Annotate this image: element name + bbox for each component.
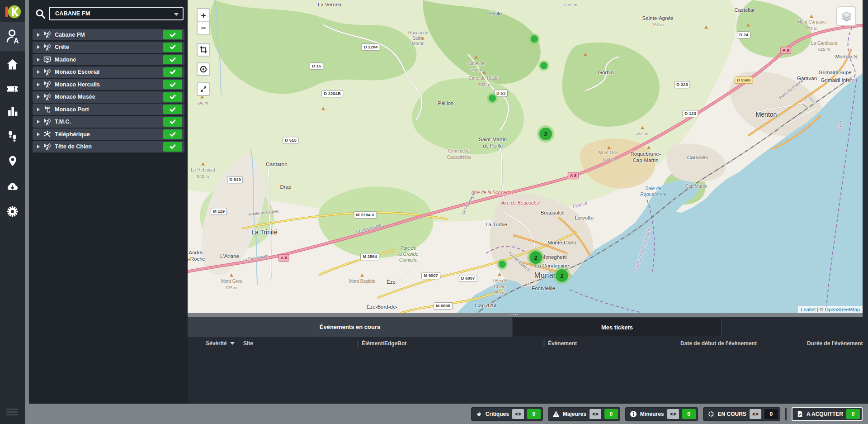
nav-item-downloads[interactable]: [0, 175, 25, 198]
a-acquitter-label: A ACQUITTER: [807, 411, 843, 417]
antenna-icon: [43, 93, 51, 101]
acknowledge-doc-icon: [797, 410, 803, 417]
nav-item-statistics[interactable]: [0, 100, 25, 123]
column-resize-handle[interactable]: [357, 340, 359, 347]
site-cluster-marker[interactable]: 2: [537, 125, 554, 143]
site-row-tmc[interactable]: T.M.C.: [33, 116, 184, 128]
collapse-view-button[interactable]: [197, 82, 210, 96]
expand-caret-icon[interactable]: [37, 33, 40, 37]
site-row-monaco-escorial[interactable]: Monaco Escorial: [33, 67, 184, 78]
site-marker[interactable]: [540, 62, 547, 69]
cloud-download-icon: [5, 181, 19, 193]
nav-item-home[interactable]: [0, 52, 25, 76]
site-row-monaco-herculis[interactable]: Monaco Herculis: [33, 79, 184, 90]
screen-icon: [43, 56, 51, 64]
column-header-site[interactable]: Site: [243, 340, 253, 347]
site-marker[interactable]: [489, 95, 496, 102]
leaflet-link[interactable]: Leaflet: [801, 307, 816, 312]
majeures-filter-group[interactable]: Majeures 0: [548, 407, 620, 421]
expand-caret-icon[interactable]: [37, 58, 40, 62]
en-cours-count-badge: 0: [764, 409, 778, 419]
en-cours-filter-group[interactable]: EN COURS 0: [703, 407, 780, 421]
site-filter-select[interactable]: CABANE FM: [49, 7, 184, 20]
majeures-count-badge: 0: [604, 409, 618, 419]
logo-icon: [4, 3, 21, 20]
expand-caret-icon[interactable]: [37, 133, 40, 136]
app-logo[interactable]: [0, 2, 25, 22]
site-cluster-marker[interactable]: 2: [527, 249, 544, 266]
site-filter-value: CABANE FM: [55, 10, 90, 17]
status-ok-button[interactable]: [163, 142, 182, 152]
status-ok-button[interactable]: [163, 80, 182, 89]
zoom-out-button[interactable]: −: [198, 22, 209, 34]
a-acquitter-group[interactable]: A ACQUITTER 0: [792, 407, 863, 421]
site-row-monaco-musee[interactable]: Monaco Musée: [33, 91, 184, 103]
panel-resize-bar[interactable]: [188, 313, 863, 317]
tab-bar: Évènements en cours Mes tickets: [188, 317, 863, 337]
critiques-filter-group[interactable]: Critiques 0: [471, 407, 543, 421]
expand-caret-icon[interactable]: [37, 70, 40, 74]
nav-rail: A: [0, 0, 25, 424]
status-ok-button[interactable]: [163, 129, 182, 139]
antenna-icon: [43, 81, 51, 89]
column-header-severite[interactable]: Sévèrité: [206, 340, 235, 347]
status-ok-button[interactable]: [163, 67, 182, 77]
eye-slash-icon: [752, 411, 759, 417]
status-ok-button[interactable]: [163, 105, 182, 114]
status-ok-button[interactable]: [163, 92, 182, 102]
site-row-cabane-fm[interactable]: Cabane FM: [33, 29, 184, 40]
status-ok-button[interactable]: [163, 30, 182, 39]
site-marker[interactable]: [499, 261, 506, 268]
draw-rectangle-button[interactable]: [197, 43, 210, 57]
nav-item-user-admin[interactable]: A: [0, 22, 25, 51]
majeures-visibility-toggle[interactable]: [590, 409, 601, 419]
flame-icon: [476, 410, 482, 417]
target-icon: [199, 65, 208, 73]
expand-caret-icon[interactable]: [37, 145, 40, 148]
a-acquitter-count-badge: 0: [846, 409, 860, 419]
osm-link[interactable]: OpenStreetMap: [825, 307, 860, 312]
nav-item-tickets[interactable]: [0, 77, 25, 100]
site-cluster-marker[interactable]: 2: [553, 267, 571, 284]
nav-item-locations[interactable]: [0, 149, 25, 173]
column-header-date-debut[interactable]: Date de début de l'évènement: [680, 340, 757, 347]
layers-control-button[interactable]: [836, 6, 856, 26]
nav-item-footprints[interactable]: [0, 124, 25, 148]
site-row-madone[interactable]: Madone: [33, 54, 184, 65]
site-row-telepherique[interactable]: Téléphérique: [33, 129, 184, 140]
expand-caret-icon[interactable]: [37, 45, 40, 49]
menu-hamburger-icon[interactable]: [6, 409, 18, 416]
expand-caret-icon[interactable]: [37, 83, 40, 86]
site-row-monaco-port[interactable]: Monaco Port: [33, 104, 184, 115]
site-marker[interactable]: [531, 35, 538, 43]
map-canvas[interactable]: La VernéaPeille1265 mPeillonGorbioCastel…: [188, 0, 863, 313]
column-header-element-edgebot[interactable]: Élément/EdgeBot: [357, 340, 406, 347]
column-resize-handle[interactable]: [543, 340, 545, 347]
mineures-visibility-toggle[interactable]: [667, 409, 679, 419]
site-row-tete-de-chien[interactable]: Tête de Chien: [33, 141, 184, 152]
column-header-evenement[interactable]: Évènement: [543, 340, 577, 347]
expand-caret-icon[interactable]: [37, 95, 40, 99]
expand-caret-icon[interactable]: [37, 108, 40, 111]
status-ok-button[interactable]: [163, 43, 182, 52]
status-ok-button[interactable]: [163, 55, 182, 64]
site-row-crete[interactable]: Crête: [33, 42, 184, 53]
events-panel: Évènements en cours Mes tickets Sévèrité…: [188, 317, 863, 404]
network-icon: [43, 130, 51, 138]
mineures-filter-group[interactable]: Mineures 0: [625, 407, 698, 421]
nav-item-settings[interactable]: [0, 200, 25, 223]
resize-grip-icon[interactable]: [508, 314, 519, 316]
expand-caret-icon[interactable]: [37, 120, 40, 124]
tab-evenements-en-cours[interactable]: Évènements en cours: [188, 317, 512, 337]
column-header-duree[interactable]: Durée de l'évènement: [807, 340, 863, 347]
tab-mes-tickets[interactable]: Mes tickets: [513, 318, 722, 337]
en-cours-visibility-toggle[interactable]: [750, 409, 761, 419]
status-ok-button[interactable]: [163, 117, 182, 127]
antenna-icon: [43, 118, 51, 126]
critiques-visibility-toggle[interactable]: [512, 409, 524, 419]
zoom-in-button[interactable]: +: [198, 9, 209, 22]
panel-splitter[interactable]: [25, 0, 29, 424]
locate-button[interactable]: [197, 62, 210, 76]
eye-icon: [670, 411, 677, 417]
search-icon: [35, 9, 46, 21]
